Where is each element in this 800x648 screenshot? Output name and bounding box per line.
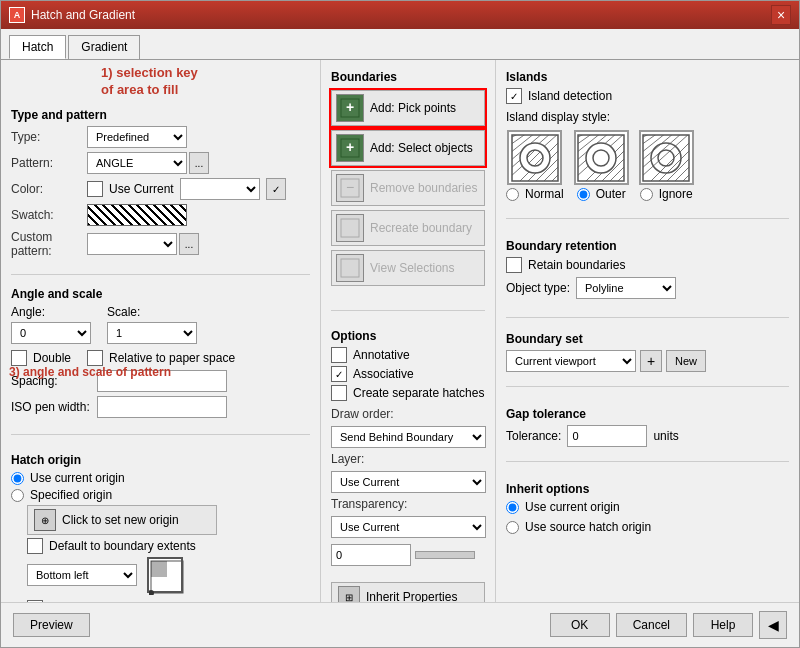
custom-pattern-label: Custom pattern: bbox=[11, 230, 81, 258]
ok-button[interactable]: OK bbox=[550, 613, 610, 637]
specified-radio[interactable] bbox=[11, 489, 24, 502]
boundary-set-new-button[interactable]: New bbox=[666, 350, 706, 372]
island-normal-item: Normal bbox=[506, 130, 564, 204]
color-check-group: Use Current ✓ bbox=[87, 178, 286, 200]
double-checkbox-row: Double bbox=[11, 350, 71, 366]
click-origin-button[interactable]: ⊕ Click to set new origin bbox=[27, 505, 217, 535]
boundary-set-plus-button[interactable]: + bbox=[640, 350, 662, 372]
associative-checkbox[interactable]: ✓ bbox=[331, 366, 347, 382]
close-button[interactable]: × bbox=[771, 5, 791, 25]
island-ignore-item: Ignore bbox=[639, 130, 694, 204]
outer-radio[interactable] bbox=[577, 188, 590, 201]
custom-pattern-ellipsis-button[interactable]: ... bbox=[179, 233, 199, 255]
tolerance-input[interactable] bbox=[567, 425, 647, 447]
transparency-slider[interactable] bbox=[415, 551, 475, 559]
island-display-style-label: Island display style: bbox=[506, 110, 789, 124]
angle-label: Angle: bbox=[11, 305, 91, 319]
spacing-input[interactable] bbox=[97, 370, 227, 392]
remove-boundaries-label: Remove boundaries bbox=[370, 181, 477, 195]
color-checkbox[interactable] bbox=[87, 181, 103, 197]
help-button[interactable]: Help bbox=[693, 613, 753, 637]
svg-rect-10 bbox=[341, 259, 359, 277]
svg-rect-1 bbox=[151, 561, 167, 577]
boundary-set-select[interactable]: Current viewport bbox=[506, 350, 636, 372]
associative-row: ✓ Associative bbox=[331, 366, 485, 382]
app-icon: A bbox=[9, 7, 25, 23]
iso-pen-input[interactable] bbox=[97, 396, 227, 418]
bottom-left-select[interactable]: Bottom left bbox=[27, 564, 137, 586]
object-type-select[interactable]: Polyline bbox=[576, 277, 676, 299]
add-pick-points-label: Add: Pick points bbox=[370, 101, 456, 115]
normal-radio[interactable] bbox=[506, 188, 519, 201]
hatch-origin-label: Hatch origin bbox=[11, 453, 310, 467]
transparency-section: Transparency: Use Current bbox=[331, 497, 485, 566]
double-checkbox[interactable] bbox=[11, 350, 27, 366]
color-ellipsis-button[interactable]: ✓ bbox=[266, 178, 286, 200]
use-current-radio[interactable] bbox=[11, 472, 24, 485]
color-select[interactable] bbox=[180, 178, 260, 200]
separate-hatches-label: Create separate hatches bbox=[353, 386, 484, 400]
relative-label: Relative to paper space bbox=[109, 351, 235, 365]
expand-arrow-button[interactable]: ◀ bbox=[759, 611, 787, 639]
use-source-hatch-row: Use source hatch origin bbox=[506, 520, 789, 534]
ignore-radio[interactable] bbox=[640, 188, 653, 201]
relative-checkbox[interactable] bbox=[87, 350, 103, 366]
island-ignore-preview[interactable] bbox=[639, 130, 694, 185]
add-pick-points-button[interactable]: + Add: Pick points bbox=[331, 90, 485, 126]
islands-section: Islands ✓ Island detection Island displa… bbox=[506, 70, 789, 204]
add-select-objects-button[interactable]: + Add: Select objects bbox=[331, 130, 485, 166]
angle-select[interactable]: 0 bbox=[11, 322, 91, 344]
remove-boundaries-button[interactable]: − Remove boundaries bbox=[331, 170, 485, 206]
custom-pattern-select[interactable] bbox=[87, 233, 177, 255]
island-detection-checkbox[interactable]: ✓ bbox=[506, 88, 522, 104]
gap-tolerance-section: Gap tolerance Tolerance: units bbox=[506, 407, 789, 447]
options-checkboxes: Annotative ✓ Associative Create separate… bbox=[331, 347, 485, 401]
view-selections-button[interactable]: View Selections bbox=[331, 250, 485, 286]
svg-point-25 bbox=[527, 150, 543, 166]
custom-pattern-row: Custom pattern: ... bbox=[11, 230, 310, 258]
type-select[interactable]: Predefined User defined Custom bbox=[87, 126, 187, 148]
island-normal-preview[interactable] bbox=[507, 130, 562, 185]
transparency-input[interactable] bbox=[331, 544, 411, 566]
cancel-button[interactable]: Cancel bbox=[616, 613, 687, 637]
gap-row: Tolerance: units bbox=[506, 425, 789, 447]
pattern-label: Pattern: bbox=[11, 156, 81, 170]
use-current-origin-inherit-radio[interactable] bbox=[506, 501, 519, 514]
island-outer-preview[interactable] bbox=[574, 130, 629, 185]
default-boundary-checkbox[interactable] bbox=[27, 538, 43, 554]
store-default-checkbox[interactable] bbox=[27, 600, 43, 602]
tab-hatch[interactable]: Hatch bbox=[9, 35, 66, 59]
annotative-checkbox[interactable] bbox=[331, 347, 347, 363]
island-detection-label: Island detection bbox=[528, 89, 612, 103]
view-selections-icon bbox=[336, 254, 364, 282]
scale-select[interactable]: 1 bbox=[107, 322, 197, 344]
layer-select[interactable]: Use Current bbox=[331, 471, 486, 493]
swatch-preview[interactable] bbox=[87, 204, 187, 226]
svg-text:+: + bbox=[346, 99, 354, 115]
bottom-left: Preview bbox=[13, 613, 90, 637]
svg-point-46 bbox=[593, 150, 609, 166]
recreate-boundary-button[interactable]: Recreate boundary bbox=[331, 210, 485, 246]
tab-bar: Hatch Gradient bbox=[1, 29, 799, 59]
boundary-set-label: Boundary set bbox=[506, 332, 789, 346]
pattern-ellipsis-button[interactable]: ... bbox=[189, 152, 209, 174]
title-bar: A Hatch and Gradient × bbox=[1, 1, 799, 29]
preview-button[interactable]: Preview bbox=[13, 613, 90, 637]
separate-hatches-checkbox[interactable] bbox=[331, 385, 347, 401]
draw-order-label: Draw order: bbox=[331, 407, 485, 421]
pattern-select[interactable]: ANGLE bbox=[87, 152, 187, 174]
transparency-select[interactable]: Use Current bbox=[331, 516, 486, 538]
inherit-properties-button[interactable]: ⊞ Inherit Properties bbox=[331, 582, 485, 602]
store-default-label: Store as default origin bbox=[49, 601, 166, 602]
type-row: Type: Predefined User defined Custom bbox=[11, 126, 310, 148]
associative-label: Associative bbox=[353, 367, 414, 381]
tab-gradient[interactable]: Gradient bbox=[68, 35, 140, 59]
object-type-row: Object type: Polyline bbox=[506, 277, 789, 299]
boundary-set-row: Current viewport + New bbox=[506, 350, 789, 372]
retain-boundaries-checkbox[interactable] bbox=[506, 257, 522, 273]
use-source-hatch-radio[interactable] bbox=[506, 521, 519, 534]
draw-order-select[interactable]: Send Behind Boundary Send to Back Bring … bbox=[331, 426, 486, 448]
right-divider-2 bbox=[506, 317, 789, 318]
svg-text:+: + bbox=[346, 139, 354, 155]
bottom-left-row: Bottom left bbox=[27, 557, 310, 593]
